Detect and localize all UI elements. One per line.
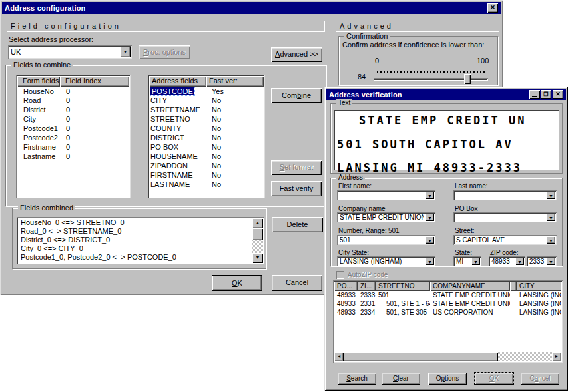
column-header[interactable]: Field Index	[60, 76, 129, 87]
list-item[interactable]: HOUSENAMENo	[149, 152, 264, 161]
close-icon[interactable]: ✕	[553, 90, 563, 99]
table-row[interactable]: 489332334501, STE 305US CORPORATIONLANSI…	[334, 308, 561, 317]
form-fields-header[interactable]: Form fields Field Index	[17, 76, 129, 87]
column-header[interactable]: COMPANYNAME	[430, 282, 510, 291]
search-button[interactable]: Search	[338, 373, 376, 385]
chevron-down-icon[interactable]: ▼	[471, 258, 480, 265]
column-header[interactable]: Form fields	[17, 76, 60, 87]
horizontal-scrollbar[interactable]: ◄ ►	[334, 352, 561, 361]
column-header[interactable]: STREETNO	[376, 282, 430, 291]
close-icon[interactable]: ✕	[487, 3, 498, 13]
minimize-icon[interactable]	[529, 90, 540, 99]
advanced-button[interactable]: Advanced >>	[271, 47, 322, 62]
maximize-icon[interactable]: ❐	[541, 90, 551, 99]
chevron-down-icon[interactable]: ▼	[515, 258, 524, 265]
list-item[interactable]: COUNTYNo	[149, 124, 264, 133]
list-item[interactable]: Lastname0	[17, 152, 129, 161]
list-item[interactable]: Postcode10	[17, 124, 129, 133]
chevron-down-icon[interactable]: ▼	[547, 192, 555, 199]
title-bar[interactable]: Address configuration ✕	[2, 2, 501, 14]
list-item[interactable]: LASTNAMENo	[149, 180, 264, 189]
slider-thumb[interactable]	[464, 74, 471, 84]
list-item[interactable]: CITYNo	[149, 96, 264, 105]
list-item[interactable]: POSTCODEYes	[149, 87, 264, 96]
column-header[interactable]: CITY	[517, 282, 561, 291]
zip-code-field[interactable]: 48933 ▼	[489, 256, 525, 266]
table-row[interactable]: 489332331501, STE 1 - 645STATE EMP CREDI…	[334, 299, 561, 308]
fields-combined-list[interactable]: HouseNo_0 <=> STREETNO_0Road_0 <=> STREE…	[17, 217, 264, 264]
scroll-down-icon[interactable]: ▼	[252, 253, 263, 263]
scroll-left-icon[interactable]: ◄	[334, 352, 344, 361]
company-name-field[interactable]: STATE EMP CREDIT UNION ▼	[337, 212, 435, 222]
combine-button[interactable]: Combine	[271, 88, 322, 103]
clear-button[interactable]: Clear	[382, 373, 420, 385]
column-header[interactable]: PO...	[334, 282, 358, 291]
scroll-up-icon[interactable]: ▲	[252, 218, 263, 228]
list-item[interactable]: HouseNo0	[17, 87, 129, 96]
scroll-thumb[interactable]	[252, 228, 263, 240]
list-item[interactable]: Firstname0	[17, 142, 129, 152]
ok-button[interactable]: OK	[475, 373, 513, 385]
list-item[interactable]: HouseNo_0 <=> STREETNO_0	[18, 218, 252, 227]
list-item[interactable]: DISTRICTNo	[149, 133, 264, 142]
fast-verify-button[interactable]: Fast verify	[271, 181, 322, 196]
cell: 0	[60, 114, 70, 124]
cancel-button[interactable]: Cancel	[272, 275, 322, 291]
last-name-field[interactable]: ▼	[453, 190, 557, 200]
address-processor-select[interactable]: UK ▼	[8, 45, 132, 59]
list-item[interactable]: City0	[17, 114, 129, 124]
autozip-checkbox[interactable]	[336, 271, 344, 279]
title-bar[interactable]: Address verification ❐ ✕	[326, 89, 566, 100]
list-item[interactable]: ZIPADDONNo	[149, 161, 264, 170]
list-item[interactable]: Firstname_0 <=> FIRSTNAME_0	[18, 262, 252, 263]
address-fields-header[interactable]: Address fields Fast ver:	[149, 76, 264, 87]
vertical-scrollbar[interactable]: ▲ ▼	[252, 218, 263, 263]
list-item[interactable]: Road0	[17, 96, 129, 105]
list-item[interactable]: STREETNAMENo	[149, 105, 264, 114]
results-table-header[interactable]: PO...ZI...STREETNOCOMPANYNAMECITY	[334, 282, 561, 291]
options-button[interactable]: Options	[428, 373, 467, 385]
list-item[interactable]: FIRSTNAMENo	[149, 170, 264, 180]
list-item[interactable]: District_0 <=> DISTRICT_0	[18, 236, 252, 244]
list-item[interactable]: Postcode20	[17, 133, 129, 142]
scroll-right-icon[interactable]: ►	[552, 352, 561, 361]
list-item[interactable]: City_0 <=> CITY_0	[18, 244, 252, 253]
chevron-down-icon[interactable]: ▼	[426, 192, 434, 199]
chevron-down-icon[interactable]: ▼	[120, 47, 131, 57]
chevron-down-icon[interactable]: ▼	[547, 214, 555, 221]
po-box-field[interactable]: ▼	[453, 212, 557, 222]
delete-button[interactable]: Delete	[272, 217, 323, 232]
chevron-down-icon[interactable]: ▼	[426, 258, 434, 265]
cancel-button[interactable]: Cancel	[521, 373, 559, 385]
scroll-thumb[interactable]	[344, 352, 498, 361]
cell: No	[206, 170, 221, 180]
slider-track[interactable]	[374, 78, 488, 81]
list-item[interactable]: Road_0 <=> STREETNAME_0	[18, 227, 252, 236]
table-row[interactable]: 489332333501STATE EMP CREDIT UNIONLANSIN…	[334, 291, 561, 299]
proc-options-button[interactable]: Proc. options	[139, 45, 190, 59]
list-item[interactable]: PO BOXNo	[149, 142, 264, 152]
column-header[interactable]: Fast ver:	[206, 76, 264, 87]
cell: PO BOX	[149, 142, 206, 152]
address-fields-list[interactable]: Address fields Fast ver: POSTCODEYesCITY…	[148, 75, 265, 198]
state-field[interactable]: MI ▼	[453, 256, 481, 266]
first-name-field[interactable]: ▼	[337, 190, 435, 200]
results-table[interactable]: PO...ZI...STREETNOCOMPANYNAMECITY 489332…	[333, 280, 563, 363]
chevron-down-icon[interactable]: ▼	[547, 236, 555, 244]
city-state-field[interactable]: LANSING (INGHAM) ▼	[337, 256, 435, 266]
list-item[interactable]: STREETNONo	[149, 114, 264, 124]
list-item[interactable]: District0	[17, 105, 129, 114]
set-format-button[interactable]: Set format	[271, 160, 322, 175]
list-item[interactable]: Postcode1_0, Postcode2_0 <=> POSTCODE_0	[18, 253, 252, 262]
form-fields-list[interactable]: Form fields Field Index HouseNo0Road0Dis…	[16, 75, 131, 198]
chevron-down-icon[interactable]: ▼	[547, 258, 555, 265]
column-header[interactable]: Address fields	[149, 76, 206, 87]
column-header[interactable]: ZI...	[358, 282, 376, 291]
chevron-down-icon[interactable]: ▼	[426, 236, 434, 244]
number-field[interactable]: 501 ▼	[337, 235, 435, 245]
zip-plus4-field[interactable]: 2333 ▼	[527, 256, 557, 266]
ok-button[interactable]: OK	[212, 275, 262, 291]
column-header[interactable]	[510, 282, 517, 291]
street-field[interactable]: S CAPITOL AVE ▼	[453, 235, 557, 245]
chevron-down-icon[interactable]: ▼	[426, 214, 434, 221]
